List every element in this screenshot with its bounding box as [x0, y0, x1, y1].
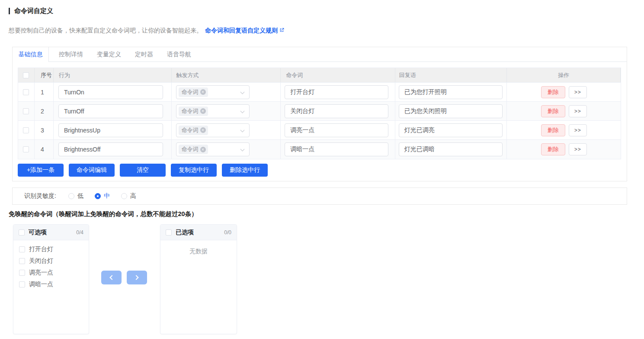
table-header-row: 序号 行为 触发方式 命令词 回复语 操作	[18, 68, 621, 83]
title-accent-bar	[9, 8, 10, 14]
action-input[interactable]	[58, 123, 163, 137]
list-item[interactable]: 关闭台灯	[13, 255, 89, 267]
item-checkbox[interactable]	[19, 246, 25, 252]
move-right-button[interactable]	[127, 271, 147, 284]
table-row: 1 命令词 × 删除 >>	[18, 83, 621, 102]
expand-row-button[interactable]: >>	[569, 143, 587, 155]
command-input[interactable]	[285, 104, 388, 118]
clear-button[interactable]: 清空	[120, 164, 166, 177]
col-header-trigger: 触发方式	[172, 68, 281, 82]
table-row: 4 命令词 × 删除 >>	[18, 140, 621, 159]
tab-bar: 基础信息 控制详情 变量定义 定时器 语音导航	[13, 47, 627, 62]
delete-row-button[interactable]: 删除	[541, 143, 565, 155]
expand-row-button[interactable]: >>	[569, 124, 587, 136]
item-checkbox[interactable]	[19, 281, 25, 287]
col-header-reply: 回复语	[395, 68, 507, 82]
col-header-command: 命令词	[281, 68, 395, 82]
radio-icon	[121, 193, 127, 199]
target-select-all-checkbox[interactable]	[166, 229, 172, 236]
row-index: 1	[35, 83, 54, 101]
col-header-index: 序号	[35, 68, 54, 82]
transfer-buttons	[101, 271, 147, 284]
row-index: 4	[35, 140, 54, 159]
external-link-icon[interactable]	[279, 27, 285, 34]
trigger-select[interactable]: 命令词 ×	[176, 85, 250, 99]
close-icon[interactable]: ×	[200, 108, 206, 114]
source-panel-count: 0/4	[76, 229, 83, 236]
source-select-all-checkbox[interactable]	[19, 229, 25, 236]
item-checkbox[interactable]	[19, 270, 25, 276]
arrow-right-icon	[134, 275, 138, 280]
radio-icon	[68, 193, 74, 199]
command-table: 序号 行为 触发方式 命令词 回复语 操作 1 命令词 ×	[18, 68, 621, 159]
action-input[interactable]	[58, 142, 163, 156]
list-item[interactable]: 调亮一点	[13, 267, 89, 278]
reply-input[interactable]	[399, 142, 503, 156]
list-item[interactable]: 打开台灯	[13, 243, 89, 255]
add-row-button[interactable]: +添加一条	[18, 164, 64, 177]
copy-selected-button[interactable]: 复制选中行	[171, 164, 217, 177]
trigger-select[interactable]: 命令词 ×	[176, 104, 250, 118]
target-panel-title: 已选项	[176, 229, 194, 236]
row-checkbox[interactable]	[23, 89, 29, 95]
source-panel-list: 打开台灯 关闭台灯 调亮一点 调暗一点	[13, 240, 89, 290]
trigger-select[interactable]: 命令词 ×	[176, 123, 250, 137]
row-index: 3	[35, 121, 54, 139]
reply-input[interactable]	[399, 123, 503, 137]
source-panel-title: 可选项	[29, 229, 47, 236]
tab-basic-info[interactable]: 基础信息	[13, 47, 49, 62]
intro-line: 想要控制自己的设备，快来配置自定义命令词吧，让你的设备智能起来。 命令词和回复语…	[9, 27, 285, 35]
empty-placeholder: 无数据	[160, 248, 237, 255]
page-header: 命令词自定义	[9, 7, 53, 15]
table-row: 3 命令词 × 删除 >>	[18, 121, 621, 140]
trigger-select[interactable]: 命令词 ×	[176, 142, 250, 156]
close-icon[interactable]: ×	[200, 147, 206, 152]
reply-input[interactable]	[399, 85, 503, 99]
delete-selected-button[interactable]: 删除选中行	[222, 164, 268, 177]
trigger-tag: 命令词 ×	[179, 87, 208, 97]
chevron-down-icon	[240, 109, 244, 113]
chevron-down-icon	[240, 128, 244, 132]
delete-row-button[interactable]: 删除	[541, 105, 565, 117]
trigger-tag: 命令词 ×	[179, 107, 208, 116]
target-panel-list: 无数据	[160, 240, 237, 255]
command-input[interactable]	[285, 123, 388, 137]
tab-timer[interactable]: 定时器	[135, 47, 153, 62]
delete-row-button[interactable]: 删除	[541, 124, 565, 136]
tab-variable-define[interactable]: 变量定义	[97, 47, 121, 62]
row-checkbox[interactable]	[23, 146, 29, 152]
row-index: 2	[35, 102, 54, 120]
tab-control-detail[interactable]: 控制详情	[59, 47, 83, 62]
command-input[interactable]	[285, 85, 388, 99]
expand-row-button[interactable]: >>	[569, 105, 587, 117]
table-row: 2 命令词 × 删除 >>	[18, 102, 621, 121]
tab-voice-nav[interactable]: 语音导航	[167, 47, 191, 62]
row-checkbox[interactable]	[23, 127, 29, 133]
reply-input[interactable]	[399, 104, 503, 118]
select-all-checkbox[interactable]	[23, 72, 29, 78]
close-icon[interactable]: ×	[200, 127, 206, 133]
target-panel-header: 已选项 0/0	[160, 225, 237, 240]
chevron-down-icon	[240, 90, 244, 94]
radio-medium[interactable]: 中	[95, 192, 110, 200]
command-card: 基础信息 控制详情 变量定义 定时器 语音导航 序号 行为 触发方式 命令词 回…	[12, 47, 627, 181]
item-checkbox[interactable]	[19, 258, 25, 264]
expand-row-button[interactable]: >>	[569, 86, 587, 98]
rules-link[interactable]: 命令词和回复语自定义规则	[205, 27, 278, 35]
page-title: 命令词自定义	[14, 7, 53, 15]
trigger-tag: 命令词 ×	[179, 126, 208, 135]
action-input[interactable]	[58, 104, 163, 118]
radio-low[interactable]: 低	[68, 192, 83, 200]
command-input[interactable]	[285, 142, 388, 156]
radio-high[interactable]: 高	[121, 192, 136, 200]
delete-row-button[interactable]: 删除	[541, 86, 565, 98]
action-input[interactable]	[58, 85, 163, 99]
edit-commands-button[interactable]: 命令词编辑	[69, 164, 115, 177]
close-icon[interactable]: ×	[200, 89, 206, 95]
transfer-source-panel: 可选项 0/4 打开台灯 关闭台灯 调亮一点 调暗一点	[13, 224, 89, 334]
sensitivity-section: 识别灵敏度: 低 中 高	[12, 187, 627, 205]
move-left-button[interactable]	[101, 271, 122, 284]
list-item[interactable]: 调暗一点	[13, 278, 89, 290]
row-checkbox[interactable]	[23, 108, 29, 114]
table-toolbar: +添加一条 命令词编辑 清空 复制选中行 删除选中行	[18, 164, 268, 177]
